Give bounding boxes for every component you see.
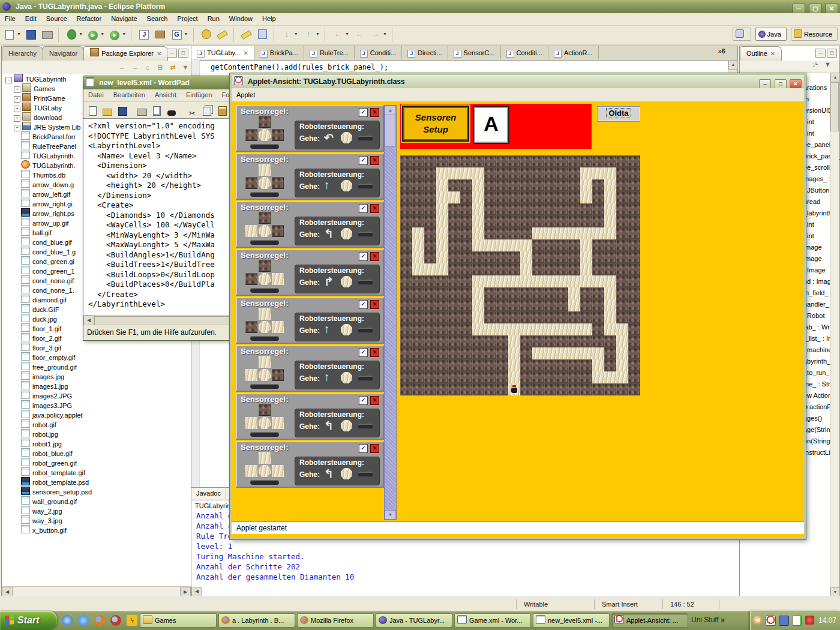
taskbar-button[interactable]: Games — [140, 613, 217, 628]
prev-annotation-icon[interactable]: ↑ — [302, 28, 315, 41]
new-dropdown-icon[interactable]: ▼ — [17, 28, 22, 41]
rule-close-icon[interactable]: ✕ — [370, 204, 379, 213]
wp-preview-icon[interactable] — [151, 104, 163, 116]
expand-icon[interactable]: + — [14, 106, 20, 112]
wp-menu-datei[interactable]: Datei — [83, 89, 109, 100]
wp-find-icon[interactable] — [166, 107, 178, 119]
wp-copy-icon[interactable] — [201, 104, 213, 116]
tab-overflow-indicator[interactable]: »6 — [718, 47, 725, 55]
tree-item[interactable]: way_3.jpg — [2, 515, 191, 525]
menu-source[interactable]: Source — [41, 13, 72, 24]
sensor-bottom-button[interactable] — [250, 144, 279, 149]
mark-occurrences-icon[interactable] — [240, 28, 253, 41]
firefox-icon[interactable] — [94, 615, 105, 626]
tree-item[interactable]: floor_3.gif — [2, 343, 191, 352]
sensor-bottom-button[interactable] — [250, 288, 279, 293]
rules-scrollbar-thumb[interactable] — [385, 115, 396, 147]
rule-close-icon[interactable]: ✕ — [370, 252, 379, 261]
editor-tab[interactable]: JTUGLaby...✕ — [191, 46, 254, 59]
action-small-button[interactable] — [358, 232, 373, 236]
new-package-icon[interactable] — [154, 28, 167, 41]
action-small-button[interactable] — [358, 424, 373, 428]
rule-check-icon[interactable]: ✓ — [359, 156, 368, 165]
tree-item[interactable]: images.jpg — [2, 371, 191, 381]
outline-menu-icon[interactable]: ▼ — [824, 61, 831, 68]
debug-icon[interactable] — [65, 28, 78, 41]
rules-scrollbar[interactable]: ▲ ▼ — [384, 105, 397, 520]
tree-item[interactable]: images3.JPG — [2, 400, 191, 410]
link-editor-icon[interactable]: ⇄ — [167, 61, 178, 74]
back-icon[interactable]: ← — [331, 28, 344, 41]
mozilla-icon[interactable] — [110, 615, 121, 626]
print-icon[interactable] — [41, 28, 54, 41]
tree-item[interactable]: robot_blue.gif — [2, 448, 191, 458]
applet-menu-item[interactable]: Applet — [232, 91, 260, 98]
close-tab-icon[interactable]: ✕ — [770, 50, 775, 57]
wp-menu-bearbeiten[interactable]: Bearbeiten — [109, 89, 150, 100]
wp-menu-ansicht[interactable]: Ansicht — [150, 89, 181, 100]
browser-icon[interactable] — [78, 615, 89, 626]
tree-item[interactable]: robot_template.psd — [2, 477, 191, 487]
rule-check-icon[interactable]: ✓ — [359, 396, 368, 405]
run-icon[interactable]: ▶ — [86, 28, 100, 41]
action-small-button[interactable] — [358, 184, 373, 188]
menu-file[interactable]: File — [0, 13, 20, 24]
editor-tab[interactable]: JConditi... — [355, 46, 402, 59]
new-class-icon[interactable]: G — [170, 28, 184, 41]
a-button[interactable]: A — [473, 106, 509, 144]
expand-icon[interactable]: + — [14, 125, 20, 131]
tray-java-icon[interactable] — [766, 616, 776, 626]
oldta-button[interactable]: Oldta — [597, 106, 640, 122]
expand-icon[interactable]: + — [14, 96, 20, 103]
sensor-bottom-button[interactable] — [250, 240, 279, 245]
taskbar-button[interactable]: a . Labyrinth . B... — [218, 613, 295, 628]
tree-item[interactable]: images2.JPG — [2, 391, 191, 400]
action-small-button[interactable] — [358, 280, 373, 284]
tree-item[interactable]: x_button.gif — [2, 525, 191, 535]
perspective-java[interactable]: Java — [755, 28, 787, 41]
rule-close-icon[interactable]: ✕ — [370, 156, 379, 165]
sensor-bottom-button[interactable] — [250, 480, 279, 485]
uni-stuff-toolbar[interactable]: Uni Stuff — [691, 616, 719, 624]
menu-navigate[interactable]: Navigate — [106, 13, 142, 24]
expand-icon[interactable]: + — [14, 115, 20, 122]
tree-item[interactable]: way_2.jpg — [2, 506, 191, 515]
editor-tab[interactable]: JDirecti... — [402, 46, 448, 59]
tree-item[interactable]: robot.gif — [2, 419, 191, 429]
action-small-button[interactable] — [358, 328, 373, 332]
editor-tab[interactable]: JSensorC... — [448, 46, 501, 59]
external-tools-icon[interactable]: ▶ — [108, 28, 121, 41]
action-small-button[interactable] — [358, 376, 373, 380]
menu-refactor[interactable]: Refactor — [72, 13, 107, 24]
taskbar-button[interactable]: Java - TUGLabyr... — [376, 613, 452, 628]
tab-navigator[interactable]: Navigator — [43, 46, 84, 61]
applet-titlebar[interactable]: Applet-Ansicht: TUGLaby.TUGLabyrinth.cla… — [232, 75, 804, 89]
forward-icon[interactable]: → — [369, 28, 382, 41]
console-tab-javadoc[interactable]: Javadoc — [191, 488, 226, 499]
menu-window[interactable]: Window — [224, 13, 257, 24]
menu-edit[interactable]: Edit — [20, 13, 41, 24]
wp-paste-icon[interactable] — [217, 104, 229, 116]
new-java-project-icon[interactable]: J — [137, 28, 151, 41]
new-icon[interactable] — [3, 28, 16, 41]
run-dropdown-icon[interactable]: ▼ — [100, 28, 106, 41]
rule-check-icon[interactable]: ✓ — [359, 108, 368, 117]
back-nav-icon[interactable]: ← — [117, 61, 128, 74]
up-nav-icon[interactable]: ⌂ — [142, 61, 153, 74]
menu-run[interactable]: Run — [203, 13, 224, 24]
start-button[interactable]: Start — [0, 611, 57, 630]
tree-item[interactable]: sensoren_setup.psd — [2, 487, 191, 496]
wp-cut-icon[interactable]: ✂ — [186, 107, 198, 119]
open-type-icon[interactable] — [200, 28, 213, 41]
compare-icon[interactable] — [256, 28, 269, 41]
wp-save-icon[interactable] — [116, 105, 128, 117]
taskbar-button[interactable]: new_level5.xml -... — [533, 613, 610, 628]
tree-item[interactable]: robot.jpg — [2, 429, 191, 439]
tree-item[interactable]: free_ground.gif — [2, 362, 191, 371]
menu-search[interactable]: Search — [142, 13, 173, 24]
close-tab-icon[interactable]: ✕ — [157, 50, 161, 57]
editor-tab[interactable]: JBrickPa... — [254, 46, 304, 59]
rule-close-icon[interactable]: ✕ — [370, 396, 379, 405]
debug-dropdown-icon[interactable]: ▼ — [79, 28, 84, 41]
tree-horizontal-scrollbar[interactable]: ◀▶ — [2, 586, 191, 597]
